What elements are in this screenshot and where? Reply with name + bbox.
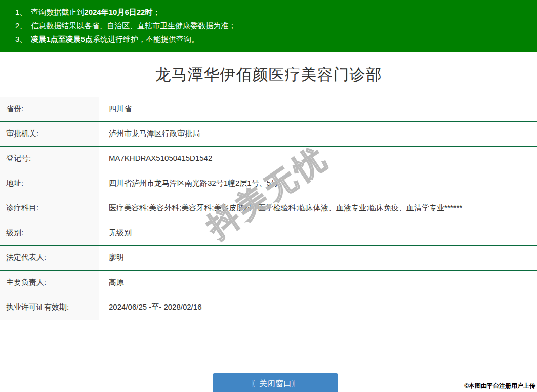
- notice-item: 3、凌晨1点至凌晨5点系统进行维护，不能提供查询。: [15, 32, 537, 46]
- row-value: MA7KHDRAX51050415D1542: [99, 147, 537, 171]
- row-value: 2024/06/25 -至- 2028/02/16: [99, 295, 537, 320]
- table-row-main-person-in-charge: 主要负责人: 高原: [0, 271, 537, 295]
- notice-item-text: 查询数据截止到: [31, 8, 84, 16]
- institution-info-table: 省份: 四川省 审批机关: 泸州市龙马潭区行政审批局 登记号: MA7KHDRA…: [0, 97, 537, 320]
- notice-item-number: 3、: [15, 35, 27, 43]
- row-label: 省份:: [0, 97, 99, 121]
- row-value: 廖明: [99, 246, 537, 270]
- notice-banner: 1、查询数据截止到2024年10月6日22时； 2、信息数据结果以各省、自治区、…: [0, 0, 537, 52]
- notice-item-number: 2、: [15, 21, 27, 30]
- close-window-button[interactable]: 〖关闭窗口〗: [213, 373, 338, 392]
- title-section: 龙马潭华伊佰颜医疗美容门诊部: [0, 52, 537, 97]
- table-row-medical-departments: 诊疗科目: 医疗美容科;美容外科;美容牙科;美容皮肤科 | 医学检验科;临床体液…: [0, 196, 537, 221]
- notice-item-text: 系统进行维护，不能提供查询。: [93, 35, 199, 43]
- notice-item-number: 1、: [15, 8, 27, 16]
- notice-item: 1、查询数据截止到2024年10月6日22时；: [15, 5, 537, 19]
- notice-item: 2、信息数据结果以各省、自治区、直辖市卫生健康委数据为准；: [15, 19, 537, 32]
- row-value: 四川省: [99, 97, 537, 121]
- row-value: 高原: [99, 271, 537, 295]
- row-label: 登记号:: [0, 147, 99, 171]
- page-title: 龙马潭华伊佰颜医疗美容门诊部: [155, 64, 382, 85]
- row-value: 泸州市龙马潭区行政审批局: [99, 122, 537, 146]
- table-row-province: 省份: 四川省: [0, 97, 537, 122]
- row-value: 无级别: [99, 221, 537, 245]
- notice-item-text: 信息数据结果以各省、自治区、直辖市卫生健康委数据为准；: [31, 21, 236, 30]
- table-row-registration-number: 登记号: MA7KHDRAX51050415D1542: [0, 147, 537, 171]
- row-label: 地址:: [0, 171, 99, 196]
- row-label: 级别:: [0, 221, 99, 245]
- row-label: 法定代表人:: [0, 246, 99, 270]
- row-label: 审批机关:: [0, 122, 99, 146]
- query-result-page: 1、查询数据截止到2024年10月6日22时； 2、信息数据结果以各省、自治区、…: [0, 0, 537, 392]
- notice-item-bold-text: 凌晨1点至凌晨5点: [31, 35, 93, 43]
- notice-item-bold-text: 2024年10月6日22时: [84, 8, 152, 16]
- row-label: 执业许可证有效期:: [0, 295, 99, 320]
- copyright-watermark: ©本图由平台注册用户上传: [464, 382, 535, 390]
- table-row-level: 级别: 无级别: [0, 221, 537, 246]
- table-row-address: 地址: 四川省泸州市龙马潭区南光路32号1幢2层1号、5号: [0, 171, 537, 196]
- row-label: 主要负责人:: [0, 271, 99, 295]
- row-value: 四川省泸州市龙马潭区南光路32号1幢2层1号、5号: [99, 171, 537, 196]
- row-value: 医疗美容科;美容外科;美容牙科;美容皮肤科 | 医学检验科;临床体液、血液专业;…: [99, 196, 537, 221]
- row-label: 诊疗科目:: [0, 196, 99, 221]
- table-row-license-validity: 执业许可证有效期: 2024/06/25 -至- 2028/02/16: [0, 295, 537, 320]
- table-row-legal-representative: 法定代表人: 廖明: [0, 246, 537, 271]
- notice-item-text: ；: [152, 8, 160, 16]
- table-row-approval-authority: 审批机关: 泸州市龙马潭区行政审批局: [0, 122, 537, 147]
